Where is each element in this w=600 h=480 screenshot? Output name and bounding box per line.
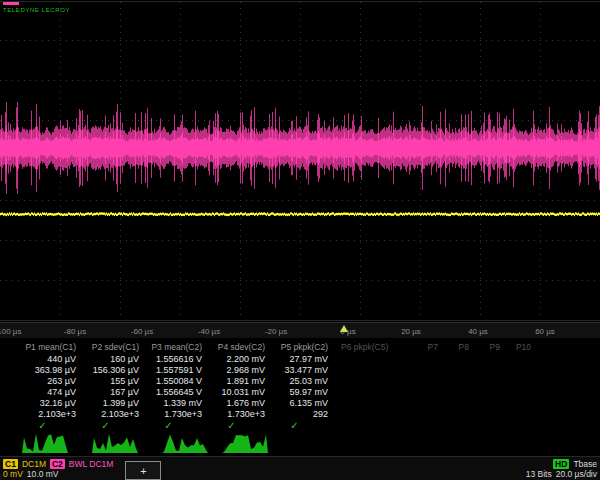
waveform-display[interactable]: TELEDYNE LECROY: [0, 0, 600, 322]
meas-value: 1.730e+3: [144, 409, 207, 420]
meas-value: 1.339 mV: [144, 398, 207, 409]
meas-col-header-dim[interactable]: P9: [473, 340, 504, 354]
meas-col-header-dim[interactable]: P8: [442, 340, 473, 354]
meas-value: 155 µV: [81, 376, 144, 387]
waveform-canvas[interactable]: [0, 0, 600, 322]
measure-histogram-icon[interactable]: [22, 430, 68, 454]
meas-value: 27.97 mV: [270, 354, 333, 365]
meas-value: 1.556645 V: [144, 387, 207, 398]
brand-overlay: TELEDYNE LECROY: [3, 2, 70, 14]
c1-offset: 0 mV: [3, 469, 23, 479]
timebase-bits: 13 Bits: [526, 469, 552, 479]
meas-value: 2.968 mV: [207, 365, 270, 376]
meas-value: 33.477 mV: [270, 365, 333, 376]
meas-value: 1.676 mV: [207, 398, 270, 409]
meas-value: 2.103e+3: [81, 409, 144, 420]
axis-tick-label: -20 µs: [265, 327, 287, 336]
add-trace-button[interactable]: +: [125, 461, 161, 480]
timebase-descriptor[interactable]: HD Tbase 13 Bits 20.0 µs/div: [526, 458, 597, 479]
meas-col-header-dim[interactable]: P6 pkpk(C5): [333, 340, 411, 354]
axis-tick-label: -100 µs: [0, 327, 21, 336]
meas-gutter: [0, 409, 18, 420]
oscilloscope-app: TELEDYNE LECROY -100 µs-80 µs-60 µs-40 µ…: [0, 0, 600, 480]
c1-scale: 10.0 mV: [27, 469, 59, 479]
axis-tick-label: 20 µs: [401, 327, 421, 336]
meas-gutter: [0, 387, 18, 398]
meas-value: 10.031 mV: [207, 387, 270, 398]
meas-col-header[interactable]: P5 pkpk(C2): [270, 340, 333, 354]
meas-value: 263 µV: [18, 376, 81, 387]
axis-tick-label: -60 µs: [131, 327, 153, 336]
measurement-table: P1 mean(C1)P2 sdev(C1)P3 mean(C2)P4 sdev…: [0, 338, 600, 428]
brand-logo: TELEDYNE LECROY: [3, 7, 70, 14]
meas-value: 1.730e+3: [207, 409, 270, 420]
channel-descriptors[interactable]: C1 DC1M C2 BWL DC1M 0 mV 10.0 mV: [3, 458, 113, 479]
meas-col-header[interactable]: P1 mean(C1): [18, 340, 81, 354]
meas-value: 474 µV: [18, 387, 81, 398]
measure-histogram-icon[interactable]: [92, 430, 138, 454]
timebase-scale: 20.0 µs/div: [556, 469, 597, 479]
measure-histogram-icon[interactable]: [162, 430, 208, 454]
meas-value: 363.98 µV: [18, 365, 81, 376]
meas-value: 1.891 mV: [207, 376, 270, 387]
meas-value: 1.557591 V: [144, 365, 207, 376]
axis-tick-label: -40 µs: [198, 327, 220, 336]
hd-badge: HD: [553, 459, 569, 469]
meas-gutter: [0, 398, 18, 409]
histicon-row: [0, 428, 600, 456]
axis-tick-label: 40 µs: [468, 327, 488, 336]
meas-value: 292: [270, 409, 333, 420]
meas-value: 1.556616 V: [144, 354, 207, 365]
meas-value: 440 µV: [18, 354, 81, 365]
c1-badge[interactable]: C1: [3, 459, 18, 469]
meas-col-header-dim[interactable]: P10: [504, 340, 535, 354]
statusbar-spacer: [161, 458, 525, 479]
meas-value: 2.103e+3: [18, 409, 81, 420]
meas-gutter: [0, 354, 18, 365]
meas-col-header[interactable]: P3 mean(C2): [144, 340, 207, 354]
meas-col-header[interactable]: P2 sdev(C1): [81, 340, 144, 354]
c2-badge[interactable]: C2: [50, 459, 65, 469]
c1-coupling: DC1M: [22, 459, 46, 469]
axis-tick-label: -80 µs: [64, 327, 86, 336]
meas-gutter: [0, 376, 18, 387]
meas-value: 6.135 mV: [270, 398, 333, 409]
c2-activity-marker: [3, 2, 19, 5]
meas-value: 25.03 mV: [270, 376, 333, 387]
meas-value: 167 µV: [81, 387, 144, 398]
meas-value: 59.97 mV: [270, 387, 333, 398]
measure-histogram-icon[interactable]: [222, 430, 268, 454]
meas-gutter: [0, 340, 18, 354]
c2-coupling: BWL DC1M: [69, 459, 114, 469]
time-axis: -100 µs-80 µs-60 µs-40 µs-20 µs0 µs20 µs…: [0, 322, 600, 338]
meas-col-header-dim[interactable]: P7: [411, 340, 442, 354]
meas-value: 160 µV: [81, 354, 144, 365]
meas-value: 32.16 µV: [18, 398, 81, 409]
trigger-position-marker[interactable]: [340, 325, 348, 332]
add-trace-label: +: [140, 465, 146, 477]
meas-gutter: [0, 365, 18, 376]
meas-value: 1.399 µV: [81, 398, 144, 409]
status-bar: C1 DC1M C2 BWL DC1M 0 mV 10.0 mV + HD Tb…: [0, 456, 600, 480]
timebase-label: Tbase: [573, 459, 597, 469]
meas-col-header[interactable]: P4 sdev(C2): [207, 340, 270, 354]
meas-value: 1.550084 V: [144, 376, 207, 387]
meas-value: 2.200 mV: [207, 354, 270, 365]
axis-tick-label: 60 µs: [535, 327, 555, 336]
meas-value: 156.306 µV: [81, 365, 144, 376]
